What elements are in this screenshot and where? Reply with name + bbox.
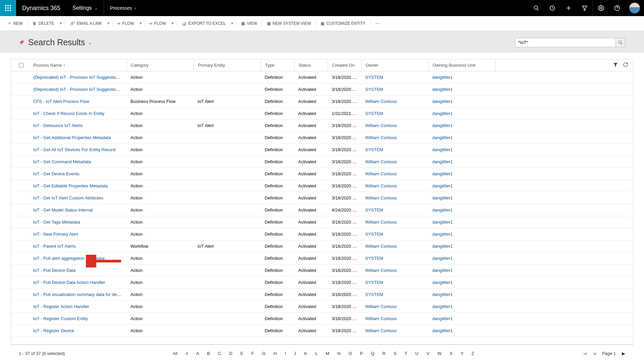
table-row[interactable]: IoT - Get Model Status InternalActionDef… [11, 204, 633, 216]
owner-link[interactable]: William Contoso [365, 171, 397, 176]
bu-link[interactable]: dangittler1 [432, 171, 453, 176]
more-commands[interactable]: ⋯ [372, 19, 383, 28]
search-input[interactable] [515, 38, 616, 47]
first-page-icon[interactable]: |◀ [582, 351, 586, 356]
owner-link[interactable]: William Contoso [365, 183, 397, 188]
filter-grid-icon[interactable] [613, 62, 618, 68]
table-row[interactable]: IoT - Get Editable Properties MetadataAc… [11, 180, 633, 192]
process-name-link[interactable]: (Deprecated) IoT - Provision IoT Suggest… [33, 75, 126, 80]
new-button[interactable]: ＋NEW [4, 18, 26, 28]
alpha-g[interactable]: G [262, 351, 265, 356]
bu-link[interactable]: dangittler1 [432, 292, 453, 297]
process-name-link[interactable]: IoT - Get Editable Properties Metadata [33, 183, 108, 188]
process-name-link[interactable]: IoT - Register Action Handler [33, 304, 89, 309]
alpha-b[interactable]: B [207, 351, 210, 356]
help-icon[interactable] [609, 0, 625, 16]
bu-link[interactable]: dangittler1 [432, 256, 453, 261]
search-icon[interactable] [528, 0, 544, 16]
alpha-c[interactable]: C [218, 351, 221, 356]
process-name-link[interactable]: IoT - New Primary Alert [33, 232, 78, 237]
table-row[interactable]: IoT - Get Command MetadataActionDefiniti… [11, 156, 633, 168]
col-created-on[interactable]: Created On [328, 59, 361, 71]
alpha-i[interactable]: I [285, 351, 286, 356]
alpha-m[interactable]: M [326, 351, 329, 356]
flow-button-2[interactable]: ∞FLOW [146, 19, 169, 28]
alpha-j[interactable]: J [294, 351, 297, 356]
alpha-z[interactable]: Z [472, 351, 474, 356]
alpha-d[interactable]: D [229, 351, 232, 356]
email-link-button[interactable]: 🔗EMAIL A LINK [66, 19, 106, 28]
col-owning-bu[interactable]: Owning Business Unit [428, 59, 495, 71]
alpha-#[interactable]: # [185, 351, 188, 356]
alpha-l[interactable]: L [315, 351, 318, 356]
alpha-s[interactable]: S [393, 351, 396, 356]
bu-link[interactable]: dangittler1 [432, 304, 453, 309]
bu-link[interactable]: dangittler1 [432, 328, 453, 333]
bu-link[interactable]: dangittler1 [432, 195, 453, 200]
table-row[interactable]: IoT - Pull Device DataActionDefinitionAc… [11, 264, 633, 277]
process-name-link[interactable]: IoT - Debounce IoT Alerts [33, 123, 83, 128]
bu-link[interactable]: dangittler1 [432, 111, 453, 116]
process-name-link[interactable]: IoT - Pull Device Data [33, 268, 75, 273]
bu-link[interactable]: dangittler1 [432, 183, 453, 188]
alpha-h[interactable]: H [274, 351, 277, 356]
process-name-link[interactable]: IoT - Get Command Metadata [33, 159, 91, 164]
process-name-link[interactable]: IoT - Get Additional Properties Metadata [33, 135, 111, 140]
owner-link[interactable]: William Contoso [365, 268, 397, 273]
bu-link[interactable]: dangittler1 [432, 280, 453, 285]
process-name-link[interactable]: IoT - Pull visualization summary data fo… [33, 292, 124, 297]
export-excel-button[interactable]: 📊EXPORT TO EXCEL [178, 19, 229, 28]
bu-link[interactable]: dangittler1 [432, 75, 453, 80]
user-avatar[interactable] [629, 3, 640, 13]
flow2-dropdown[interactable]: ▾ [170, 19, 175, 28]
alpha-a[interactable]: A [196, 351, 199, 356]
alpha-n[interactable]: N [337, 351, 340, 356]
table-row[interactable]: IoT - Get Tags MetadataActionDefinitionA… [11, 216, 633, 228]
alpha-all[interactable]: All [173, 351, 177, 356]
owner-link[interactable]: SYSTEM [365, 232, 383, 237]
bu-link[interactable]: dangittler1 [432, 87, 453, 92]
alpha-y[interactable]: Y [461, 351, 464, 356]
owner-link[interactable]: William Contoso [365, 220, 397, 225]
owner-link[interactable]: William Contoso [365, 123, 397, 128]
process-name-link[interactable]: IoT - Register Device [33, 328, 74, 333]
app-launcher[interactable] [0, 0, 16, 16]
alpha-v[interactable]: V [427, 351, 430, 356]
table-row[interactable]: IoT - Check If Record Exists In EntityAc… [11, 108, 633, 120]
process-name-link[interactable]: IoT - Get IoT Alert Custom Attributes [33, 195, 103, 200]
owner-link[interactable]: William Contoso [365, 328, 397, 333]
table-row[interactable]: (Deprecated) IoT - Provision IoT Suggest… [11, 83, 633, 96]
bu-link[interactable]: dangittler1 [432, 207, 453, 213]
table-row[interactable]: IoT - Get All IoT Devices For Entity Rec… [11, 144, 633, 156]
recent-icon[interactable] [544, 0, 560, 16]
col-primary-entity[interactable]: Primary Entity [194, 59, 261, 71]
new-system-view-button[interactable]: ▦NEW SYSTEM VIEW [264, 19, 315, 28]
export-dropdown[interactable]: ▾ [230, 19, 235, 28]
table-row[interactable]: IoT - Parent IoT AlertsWorkflowIoT Alert… [11, 240, 633, 252]
col-status[interactable]: Status [294, 59, 328, 71]
owner-link[interactable]: SYSTEM [365, 87, 383, 92]
col-type[interactable]: Type [261, 59, 294, 71]
next-page-icon[interactable]: ▶ [622, 351, 625, 356]
bu-link[interactable]: dangittler1 [432, 135, 453, 140]
add-icon[interactable] [560, 0, 577, 16]
nav-subarea[interactable]: Processes › [104, 0, 142, 16]
alpha-p[interactable]: P [360, 351, 363, 356]
process-name-link[interactable]: IoT - Pull Device Data Action Handler [33, 280, 105, 285]
table-row[interactable]: (Deprecated) IoT - Provision IoT Suggest… [11, 71, 633, 83]
alpha-r[interactable]: R [382, 351, 385, 356]
flow-button-1[interactable]: ∞FLOW [114, 19, 137, 28]
table-row[interactable]: IoT - New Primary AlertActionDefinitionA… [11, 228, 633, 240]
owner-link[interactable]: William Contoso [365, 159, 397, 164]
prev-page-icon[interactable]: ◀ [593, 351, 596, 356]
owner-link[interactable]: William Contoso [365, 316, 397, 321]
process-name-link[interactable]: IoT - Get All IoT Devices For Entity Rec… [33, 147, 115, 152]
flow1-dropdown[interactable]: ▾ [138, 19, 143, 28]
refresh-grid-icon[interactable] [623, 62, 628, 68]
bu-link[interactable]: dangittler1 [432, 123, 453, 128]
delete-button[interactable]: 🗑DELETE [29, 19, 58, 28]
table-row[interactable]: IoT - Debounce IoT AlertsActionIoT Alert… [11, 120, 633, 132]
bu-link[interactable]: dangittler1 [432, 244, 453, 249]
select-all-checkbox[interactable] [19, 63, 23, 68]
alpha-x[interactable]: X [449, 351, 452, 356]
